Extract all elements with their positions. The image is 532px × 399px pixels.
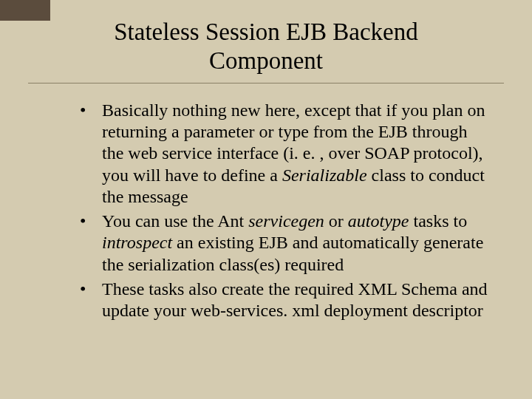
- italic-run: servicegen: [248, 211, 324, 231]
- list-item: You can use the Ant servicegen or autoty…: [80, 211, 489, 276]
- text-run: or: [324, 211, 348, 231]
- title-rule: [28, 83, 504, 83]
- list-item: These tasks also create the required XML…: [80, 279, 489, 322]
- text-run: You can use the Ant: [102, 211, 248, 231]
- slide-title: Stateless Session EJB Backend Component: [28, 18, 504, 75]
- text-run: tasks to: [409, 211, 467, 231]
- text-run: These tasks also create the required XML…: [102, 279, 488, 320]
- italic-run: introspect: [102, 233, 172, 252]
- italic-run: Serializable: [282, 166, 367, 185]
- bullet-list: Basically nothing new here, except that …: [28, 100, 504, 322]
- italic-run: autotype: [348, 211, 409, 231]
- corner-decoration: [0, 0, 50, 21]
- slide: Stateless Session EJB Backend Component …: [0, 0, 532, 399]
- list-item: Basically nothing new here, except that …: [80, 100, 489, 208]
